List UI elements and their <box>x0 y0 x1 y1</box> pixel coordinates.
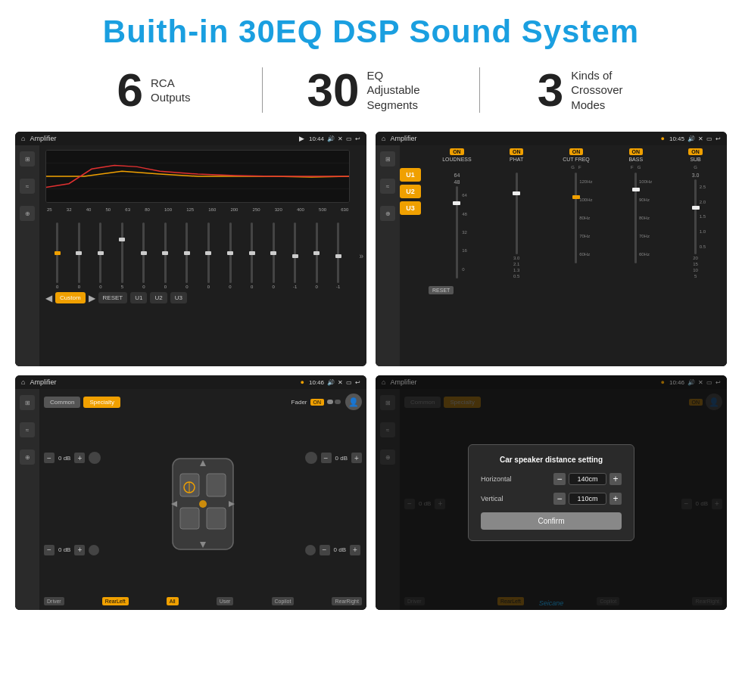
eq-slider-7[interactable]: 0 <box>198 222 220 289</box>
eq-freq-labels: 2532405063 80100125160200 25032040050063… <box>45 207 350 212</box>
driver-btn[interactable]: Driver <box>44 597 64 605</box>
eq-slider-2[interactable]: 0 <box>90 222 111 289</box>
vertical-minus-btn[interactable]: − <box>553 493 566 505</box>
dialog-vertical-label: Vertical <box>481 495 526 502</box>
page-header: Buith-in 30EQ DSP Sound System <box>0 0 742 58</box>
close-icon-3: ✕ <box>338 379 343 386</box>
sidebar-eq-icon-2[interactable]: ⊞ <box>380 151 395 166</box>
user-btn-3[interactable]: User <box>217 597 234 605</box>
sidebar-wave-icon[interactable]: ≈ <box>20 179 35 194</box>
horizontal-plus-btn[interactable]: + <box>610 473 622 485</box>
db-value-2: 0 dB <box>335 455 348 462</box>
svg-rect-10 <box>207 508 226 529</box>
time-3: 10:46 <box>309 379 324 386</box>
eq-expand-arrow[interactable]: » <box>356 145 366 366</box>
cutfreq-fader: 120Hz 100Hz 80Hz 70Hz 60Hz <box>548 173 605 278</box>
eq-prev[interactable]: ◀ <box>45 293 52 303</box>
sub-label: SUB <box>690 157 700 162</box>
eq-graph <box>45 150 350 203</box>
db-row-2: − 0 dB + <box>305 452 362 464</box>
back-icon-2[interactable]: ↩ <box>716 135 721 142</box>
minimize-icon-1: ▭ <box>346 135 352 142</box>
u3-btn-1[interactable]: U3 <box>170 292 187 303</box>
back-icon-1[interactable]: ↩ <box>355 135 360 142</box>
reset-btn-1[interactable]: RESET <box>98 292 128 303</box>
eq-slider-6[interactable]: 0 <box>176 222 198 289</box>
db-plus-2[interactable]: + <box>351 453 362 463</box>
db-row-0: − 0 dB + <box>44 452 101 464</box>
home-icon[interactable]: ⌂ <box>21 135 25 142</box>
amp-controls-row: ON LOUDNESS ON PHAT ON CUT FREQ G F ON <box>429 148 724 170</box>
fader-toggle-icon[interactable] <box>327 397 342 406</box>
eq-next[interactable]: ▶ <box>89 293 95 303</box>
db-minus-3[interactable]: − <box>320 545 330 555</box>
sidebar-cross-icon-2[interactable]: ⊕ <box>380 206 395 221</box>
dialog-horizontal-controls: − 140cm + <box>553 473 622 485</box>
loudness-fader: 64 48 64 48 32 16 0 <box>429 173 485 278</box>
confirm-btn[interactable]: Confirm <box>481 512 622 530</box>
vertical-plus-btn[interactable]: + <box>610 493 622 505</box>
custom-btn[interactable]: Custom <box>55 292 86 303</box>
vertical-value: 110cm <box>569 493 606 505</box>
eq-slider-10[interactable]: 0 <box>263 222 284 289</box>
common-btn[interactable]: Common <box>44 397 80 408</box>
home-icon-2[interactable]: ⌂ <box>382 135 385 142</box>
u1-amp-btn[interactable]: U1 <box>400 168 421 182</box>
rearright-btn[interactable]: RearRight <box>332 597 362 605</box>
eq-slider-12[interactable]: 0 <box>306 222 327 289</box>
db-plus-3[interactable]: + <box>350 545 360 555</box>
sidebar-eq-icon[interactable]: ⊞ <box>20 151 35 166</box>
db-value-3: 0 dB <box>334 546 346 553</box>
phat-on: ON <box>510 148 524 155</box>
screen-content-4: ⊞ ≈ ⊕ Common Specialty ON 👤 − 0 <box>376 389 727 610</box>
sidebar-wave-icon-2[interactable]: ≈ <box>380 179 395 194</box>
db-plus-0[interactable]: + <box>74 453 85 463</box>
speaker-dot-2 <box>305 452 317 464</box>
eq-slider-11[interactable]: -1 <box>285 222 306 289</box>
back-icon-3[interactable]: ↩ <box>355 379 360 386</box>
copilot-btn[interactable]: Copilot <box>272 597 295 605</box>
db-minus-0[interactable]: − <box>44 453 55 463</box>
eq-slider-4[interactable]: 0 <box>133 222 154 289</box>
eq-slider-13[interactable]: -1 <box>328 222 349 289</box>
screen-speaker: ⌂ Amplifier ● 10:46 🔊 ✕ ▭ ↩ ⊞ ≈ ⊕ Common <box>15 375 366 610</box>
sub-control: ON SUB G <box>667 148 724 170</box>
sidebar-eq-icon-3[interactable]: ⊞ <box>20 395 35 410</box>
dialog-box: Car speaker distance setting Horizontal … <box>468 444 634 541</box>
user-icon[interactable]: 👤 <box>345 394 362 410</box>
horizontal-minus-btn[interactable]: − <box>553 473 566 485</box>
db-minus-2[interactable]: − <box>321 453 332 463</box>
time-1: 10:44 <box>309 135 324 142</box>
eq-slider-1[interactable]: 0 <box>69 222 90 289</box>
u2-amp-btn[interactable]: U2 <box>400 185 421 198</box>
home-icon-3[interactable]: ⌂ <box>21 378 25 386</box>
eq-slider-3[interactable]: 5 <box>112 222 133 289</box>
specialty-btn[interactable]: Specialty <box>83 397 120 408</box>
status-bar-3: ⌂ Amplifier ● 10:46 🔊 ✕ ▭ ↩ <box>15 375 366 389</box>
eq-slider-0[interactable]: 0 <box>47 222 68 289</box>
screenshots-grid: ⌂ Amplifier ▶ 10:44 🔊 ✕ ▭ ↩ ⊞ ≈ ⊕ <box>0 123 742 619</box>
car-diagram <box>105 413 300 594</box>
eq-slider-8[interactable]: 0 <box>220 222 241 289</box>
db-minus-1[interactable]: − <box>44 545 55 555</box>
u2-btn-1[interactable]: U2 <box>150 292 167 303</box>
sidebar-cross-icon-3[interactable]: ⊕ <box>20 450 35 465</box>
eq-bottom-bar: ◀ Custom ▶ RESET U1 U2 U3 <box>45 292 350 303</box>
u3-amp-btn[interactable]: U3 <box>400 201 421 215</box>
sidebar-cross-icon[interactable]: ⊕ <box>20 206 35 221</box>
record-dot-3: ● <box>301 378 304 386</box>
page-title: Buith-in 30EQ DSP Sound System <box>0 14 742 50</box>
u1-btn-1[interactable]: U1 <box>130 292 147 303</box>
dialog-vertical-row: Vertical − 110cm + <box>481 493 622 505</box>
rearleft-btn[interactable]: RearLeft <box>102 597 129 605</box>
sidebar-wave-icon-3[interactable]: ≈ <box>20 422 35 437</box>
amp-reset-btn[interactable]: RESET <box>429 286 454 294</box>
eq-slider-9[interactable]: 0 <box>242 222 263 289</box>
db-row-3: − 0 dB + <box>305 545 362 555</box>
eq-slider-5[interactable]: 0 <box>155 222 176 289</box>
stat-rca: 6 RCAOutputs <box>45 67 262 114</box>
dialog-horizontal-row: Horizontal − 140cm + <box>481 473 622 485</box>
db-plus-1[interactable]: + <box>74 545 85 555</box>
status-bar-1: ⌂ Amplifier ▶ 10:44 🔊 ✕ ▭ ↩ <box>15 132 366 145</box>
all-btn[interactable]: All <box>167 597 179 605</box>
